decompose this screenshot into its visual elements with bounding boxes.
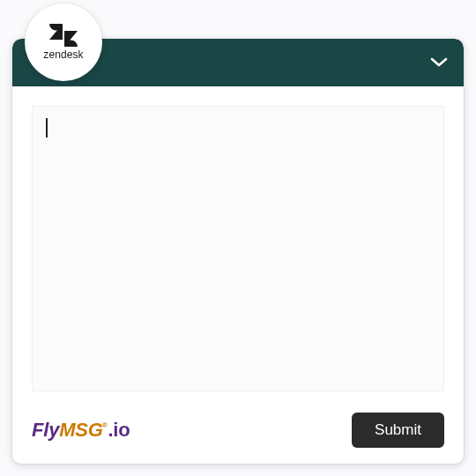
message-input[interactable] <box>32 106 444 391</box>
zendesk-icon <box>49 24 78 47</box>
brand-part-msg: MSG <box>59 419 103 442</box>
brand-registered-mark: ® <box>102 421 108 429</box>
zendesk-widget: FlyMSG®.io Submit <box>12 39 464 464</box>
flymsg-brand: FlyMSG®.io <box>32 419 130 442</box>
submit-button[interactable]: Submit <box>352 413 444 448</box>
zendesk-badge[interactable]: zendesk <box>25 4 102 81</box>
collapse-button[interactable] <box>430 56 448 69</box>
zendesk-badge-label: zendesk <box>43 48 83 61</box>
widget-footer: FlyMSG®.io Submit <box>12 404 464 464</box>
widget-body <box>12 86 464 404</box>
message-field-wrap <box>32 106 444 391</box>
brand-part-io: io <box>113 419 130 442</box>
chevron-down-icon <box>430 57 448 68</box>
brand-part-fly: Fly <box>32 419 59 442</box>
